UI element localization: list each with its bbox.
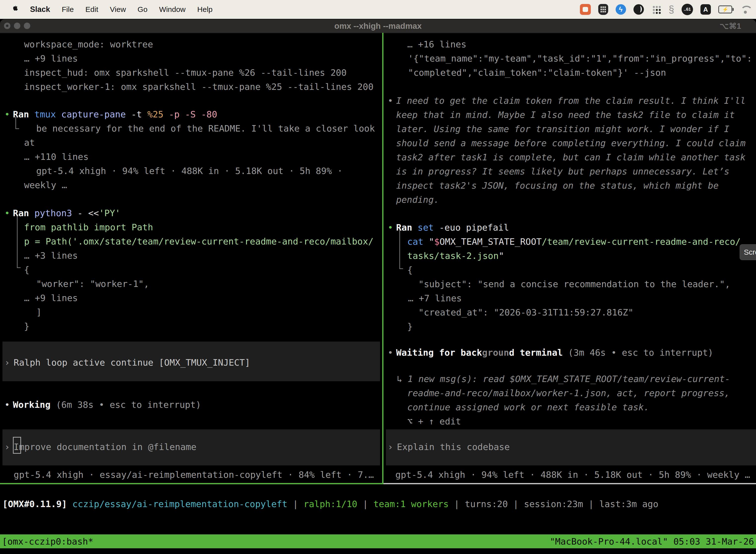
- apple-icon[interactable]: [11, 5, 18, 14]
- squiggle-icon[interactable]: §: [669, 4, 674, 15]
- window-shortcut-hint: ⌥⌘1: [719, 21, 741, 31]
- window-title: omx --xhigh --madmax: [0, 21, 756, 31]
- wifi-icon[interactable]: [740, 5, 751, 14]
- moon-icon[interactable]: [633, 4, 644, 15]
- menu-item-file[interactable]: File: [62, 5, 74, 14]
- grid-shield-icon[interactable]: [598, 4, 608, 15]
- tmux-host-clock-label: "MacBook-Pro-44.local" 05:03 31-Mar-26: [550, 536, 754, 547]
- menu-bar: SlackFileEditViewGoWindowHelp ϟ§..61A⚡: [0, 0, 756, 19]
- menu-item-edit[interactable]: Edit: [85, 5, 98, 14]
- tmux-status-bar: [omx-cczip0:bash* "MacBook-Pro-44.local"…: [0, 535, 756, 548]
- menu-left: SlackFileEditViewGoWindowHelp: [0, 5, 212, 14]
- menu-item-go[interactable]: Go: [138, 5, 147, 14]
- battery-percent-icon[interactable]: ..61: [682, 4, 693, 15]
- battery-icon[interactable]: ⚡: [718, 5, 732, 13]
- lightning-badge-icon[interactable]: ϟ: [616, 4, 626, 15]
- window-title-bar[interactable]: omx --xhigh --madmax ⌥⌘1: [0, 19, 756, 33]
- menu-item-window[interactable]: Window: [159, 5, 186, 14]
- screen-tooltip-label: Scre: [744, 248, 756, 257]
- tmux-session-label[interactable]: [omx-cczip0:bash*: [2, 536, 93, 547]
- menu-item-help[interactable]: Help: [197, 5, 212, 14]
- menu-item-slack[interactable]: Slack: [30, 5, 50, 14]
- menu-item-view[interactable]: View: [110, 5, 126, 14]
- menu-status-icons: ϟ§..61A⚡: [580, 4, 756, 15]
- screen-tooltip: Scre: [740, 244, 756, 260]
- notification-app-icon[interactable]: [580, 4, 591, 15]
- terminal-window: omx --xhigh --madmax ⌥⌘1: [0, 19, 756, 554]
- keyboard-layout-icon[interactable]: A: [700, 4, 711, 15]
- dots-grid-icon[interactable]: [651, 4, 661, 14]
